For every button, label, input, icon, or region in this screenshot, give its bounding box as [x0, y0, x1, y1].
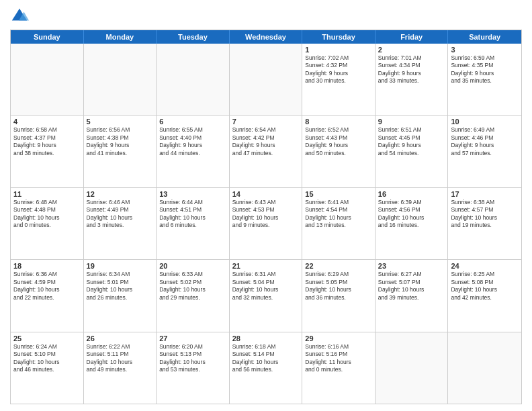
day-number: 4	[13, 118, 81, 126]
calendar-cell: 21Sunrise: 6:31 AM Sunset: 5:04 PM Dayli…	[230, 260, 303, 331]
day-number: 2	[378, 46, 445, 54]
calendar-week-3: 11Sunrise: 6:48 AM Sunset: 4:48 PM Dayli…	[11, 188, 521, 260]
calendar-cell: 9Sunrise: 6:51 AM Sunset: 4:45 PM Daylig…	[375, 116, 449, 187]
day-info: Sunrise: 6:54 AM Sunset: 4:42 PM Dayligh…	[232, 126, 300, 157]
calendar-cell: 11Sunrise: 6:48 AM Sunset: 4:48 PM Dayli…	[11, 188, 84, 259]
calendar-cell: 15Sunrise: 6:41 AM Sunset: 4:54 PM Dayli…	[302, 188, 375, 259]
day-info: Sunrise: 6:34 AM Sunset: 5:01 PM Dayligh…	[87, 271, 154, 302]
day-number: 28	[232, 334, 300, 342]
calendar-cell: 3Sunrise: 6:59 AM Sunset: 4:35 PM Daylig…	[448, 44, 521, 115]
day-number: 14	[232, 190, 300, 198]
day-info: Sunrise: 6:56 AM Sunset: 4:38 PM Dayligh…	[87, 126, 154, 157]
calendar-cell	[84, 44, 157, 115]
logo	[10, 7, 32, 26]
header-day-wednesday: Wednesday	[230, 30, 303, 44]
header-day-saturday: Saturday	[448, 30, 521, 44]
calendar-cell: 4Sunrise: 6:58 AM Sunset: 4:37 PM Daylig…	[11, 116, 84, 187]
calendar-cell: 13Sunrise: 6:44 AM Sunset: 4:51 PM Dayli…	[157, 188, 230, 259]
calendar-cell	[230, 44, 303, 115]
day-info: Sunrise: 6:58 AM Sunset: 4:37 PM Dayligh…	[13, 126, 81, 157]
calendar-cell: 10Sunrise: 6:49 AM Sunset: 4:46 PM Dayli…	[448, 116, 521, 187]
calendar-cell	[375, 332, 449, 404]
calendar-cell: 29Sunrise: 6:16 AM Sunset: 5:16 PM Dayli…	[302, 332, 375, 404]
day-info: Sunrise: 6:59 AM Sunset: 4:35 PM Dayligh…	[451, 54, 519, 85]
day-number: 19	[87, 262, 154, 270]
calendar-cell: 24Sunrise: 6:25 AM Sunset: 5:08 PM Dayli…	[448, 260, 521, 331]
header	[10, 7, 522, 26]
day-number: 17	[451, 190, 519, 198]
day-number: 24	[451, 262, 519, 270]
day-info: Sunrise: 6:52 AM Sunset: 4:43 PM Dayligh…	[305, 126, 372, 157]
day-number: 5	[87, 118, 154, 126]
day-number: 23	[378, 262, 445, 270]
calendar-cell: 5Sunrise: 6:56 AM Sunset: 4:38 PM Daylig…	[84, 116, 157, 187]
day-info: Sunrise: 6:24 AM Sunset: 5:10 PM Dayligh…	[13, 343, 81, 374]
calendar-cell: 19Sunrise: 6:34 AM Sunset: 5:01 PM Dayli…	[84, 260, 157, 331]
day-number: 26	[87, 334, 154, 342]
calendar-body: 1Sunrise: 7:02 AM Sunset: 4:32 PM Daylig…	[11, 44, 521, 404]
calendar-cell: 27Sunrise: 6:20 AM Sunset: 5:13 PM Dayli…	[157, 332, 230, 404]
day-number: 20	[159, 262, 226, 270]
header-day-tuesday: Tuesday	[157, 30, 230, 44]
day-number: 6	[159, 118, 226, 126]
day-info: Sunrise: 6:49 AM Sunset: 4:46 PM Dayligh…	[451, 126, 519, 157]
calendar-cell: 1Sunrise: 7:02 AM Sunset: 4:32 PM Daylig…	[302, 44, 375, 115]
day-number: 11	[13, 190, 81, 198]
calendar-cell: 14Sunrise: 6:43 AM Sunset: 4:53 PM Dayli…	[230, 188, 303, 259]
calendar-cell: 23Sunrise: 6:27 AM Sunset: 5:07 PM Dayli…	[375, 260, 449, 331]
day-info: Sunrise: 6:22 AM Sunset: 5:11 PM Dayligh…	[87, 343, 154, 374]
calendar-week-5: 25Sunrise: 6:24 AM Sunset: 5:10 PM Dayli…	[11, 332, 521, 404]
day-number: 16	[378, 190, 445, 198]
day-info: Sunrise: 6:29 AM Sunset: 5:05 PM Dayligh…	[305, 271, 372, 302]
day-info: Sunrise: 6:55 AM Sunset: 4:40 PM Dayligh…	[159, 126, 226, 157]
day-number: 9	[378, 118, 445, 126]
calendar-cell: 16Sunrise: 6:39 AM Sunset: 4:56 PM Dayli…	[375, 188, 449, 259]
page: SundayMondayTuesdayWednesdayThursdayFrid…	[0, 0, 532, 411]
day-number: 27	[159, 334, 226, 342]
day-number: 18	[13, 262, 81, 270]
day-number: 3	[451, 46, 519, 54]
day-info: Sunrise: 6:16 AM Sunset: 5:16 PM Dayligh…	[305, 343, 372, 374]
calendar: SundayMondayTuesdayWednesdayThursdayFrid…	[10, 30, 522, 404]
calendar-cell: 17Sunrise: 6:38 AM Sunset: 4:57 PM Dayli…	[448, 188, 521, 259]
header-day-thursday: Thursday	[302, 30, 375, 44]
day-number: 13	[159, 190, 226, 198]
calendar-cell: 8Sunrise: 6:52 AM Sunset: 4:43 PM Daylig…	[302, 116, 375, 187]
header-day-friday: Friday	[375, 30, 449, 44]
day-info: Sunrise: 6:51 AM Sunset: 4:45 PM Dayligh…	[378, 126, 445, 157]
calendar-cell: 22Sunrise: 6:29 AM Sunset: 5:05 PM Dayli…	[302, 260, 375, 331]
calendar-week-4: 18Sunrise: 6:36 AM Sunset: 4:59 PM Dayli…	[11, 260, 521, 332]
calendar-cell: 26Sunrise: 6:22 AM Sunset: 5:11 PM Dayli…	[84, 332, 157, 404]
calendar-cell: 2Sunrise: 7:01 AM Sunset: 4:34 PM Daylig…	[375, 44, 449, 115]
day-number: 22	[305, 262, 372, 270]
day-number: 8	[305, 118, 372, 126]
header-day-monday: Monday	[84, 30, 157, 44]
day-number: 7	[232, 118, 300, 126]
day-number: 1	[305, 46, 372, 54]
calendar-cell	[157, 44, 230, 115]
day-number: 12	[87, 190, 154, 198]
day-info: Sunrise: 6:25 AM Sunset: 5:08 PM Dayligh…	[451, 271, 519, 302]
day-info: Sunrise: 6:27 AM Sunset: 5:07 PM Dayligh…	[378, 271, 445, 302]
day-info: Sunrise: 7:01 AM Sunset: 4:34 PM Dayligh…	[378, 54, 445, 85]
calendar-week-2: 4Sunrise: 6:58 AM Sunset: 4:37 PM Daylig…	[11, 116, 521, 187]
calendar-cell: 12Sunrise: 6:46 AM Sunset: 4:49 PM Dayli…	[84, 188, 157, 259]
day-number: 10	[451, 118, 519, 126]
calendar-cell: 25Sunrise: 6:24 AM Sunset: 5:10 PM Dayli…	[11, 332, 84, 404]
day-number: 15	[305, 190, 372, 198]
day-info: Sunrise: 7:02 AM Sunset: 4:32 PM Dayligh…	[305, 54, 372, 85]
calendar-cell: 28Sunrise: 6:18 AM Sunset: 5:14 PM Dayli…	[230, 332, 303, 404]
calendar-cell	[448, 332, 521, 404]
calendar-cell: 7Sunrise: 6:54 AM Sunset: 4:42 PM Daylig…	[230, 116, 303, 187]
day-info: Sunrise: 6:48 AM Sunset: 4:48 PM Dayligh…	[13, 199, 81, 230]
day-info: Sunrise: 6:39 AM Sunset: 4:56 PM Dayligh…	[378, 199, 445, 230]
day-info: Sunrise: 6:18 AM Sunset: 5:14 PM Dayligh…	[232, 343, 300, 374]
day-info: Sunrise: 6:46 AM Sunset: 4:49 PM Dayligh…	[87, 199, 154, 230]
day-info: Sunrise: 6:33 AM Sunset: 5:02 PM Dayligh…	[159, 271, 226, 302]
calendar-week-1: 1Sunrise: 7:02 AM Sunset: 4:32 PM Daylig…	[11, 44, 521, 116]
header-day-sunday: Sunday	[11, 30, 84, 44]
calendar-header: SundayMondayTuesdayWednesdayThursdayFrid…	[11, 30, 521, 44]
calendar-cell: 20Sunrise: 6:33 AM Sunset: 5:02 PM Dayli…	[157, 260, 230, 331]
day-number: 29	[305, 334, 372, 342]
day-info: Sunrise: 6:20 AM Sunset: 5:13 PM Dayligh…	[159, 343, 226, 374]
